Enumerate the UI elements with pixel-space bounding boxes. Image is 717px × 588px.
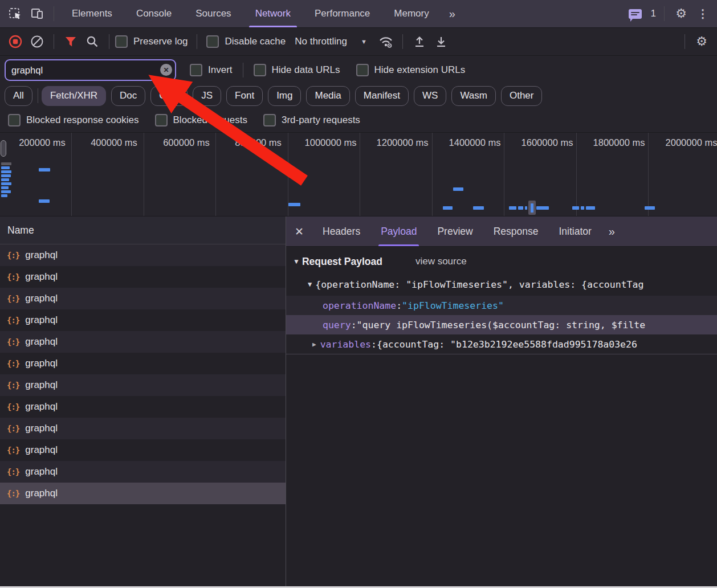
inspect-element-button[interactable] xyxy=(5,4,26,23)
waterfall-bar[interactable] xyxy=(288,203,300,206)
issues-message-button[interactable] xyxy=(625,4,646,23)
table-row[interactable]: {:}graphql xyxy=(0,266,286,288)
table-row[interactable]: {:}graphql xyxy=(0,439,286,461)
settings-button[interactable]: ⚙ xyxy=(670,4,692,23)
tab-memory[interactable]: Memory xyxy=(382,0,441,27)
waterfall-bar[interactable] xyxy=(525,206,527,210)
request-details-panel: ✕ Headers Payload Preview Response Initi… xyxy=(286,217,717,586)
tab-preview[interactable]: Preview xyxy=(427,217,483,246)
waterfall-bar[interactable] xyxy=(453,187,463,191)
chip-img[interactable]: Img xyxy=(268,86,301,106)
chip-media[interactable]: Media xyxy=(306,86,349,106)
waterfall-bar[interactable] xyxy=(1,170,11,173)
blocked-requests-checkbox[interactable] xyxy=(155,114,168,126)
tab-payload[interactable]: Payload xyxy=(370,217,427,246)
hide-data-urls-checkbox[interactable] xyxy=(254,64,266,76)
network-overview-timeline[interactable]: 200000 ms 400000 ms 600000 ms 800000 ms … xyxy=(0,133,717,217)
export-har-button[interactable] xyxy=(430,32,452,51)
payload-entry-operationname[interactable]: operationName: "ipFlowTimeseries" xyxy=(286,296,717,315)
chip-js[interactable]: JS xyxy=(193,86,221,106)
payload-root-node[interactable]: ▼ {operationName: "ipFlowTimeseries", va… xyxy=(286,273,717,296)
filter-input[interactable] xyxy=(6,65,175,76)
table-row[interactable]: {:}graphql xyxy=(0,288,286,309)
column-header-name[interactable]: Name xyxy=(0,217,286,244)
payload-entry-variables[interactable]: ▶ variables: {accountTag: "b12e3b2192ee5… xyxy=(286,334,717,354)
table-row[interactable]: {:}graphql xyxy=(0,396,286,418)
tab-network[interactable]: Network xyxy=(243,0,303,27)
tab-headers[interactable]: Headers xyxy=(312,217,370,246)
waterfall-bar[interactable] xyxy=(39,199,50,203)
invert-checkbox[interactable] xyxy=(190,64,202,76)
network-conditions-button[interactable] xyxy=(375,32,397,51)
tab-elements[interactable]: Elements xyxy=(60,0,124,27)
waterfall-bar[interactable] xyxy=(536,206,549,210)
table-row[interactable]: {:}graphql xyxy=(0,418,286,439)
devtools-menu-button[interactable]: ⋮ xyxy=(692,4,714,23)
waterfall-bar[interactable] xyxy=(1,182,11,185)
table-row[interactable]: {:}graphql xyxy=(0,461,286,483)
clear-filter-icon[interactable]: ✕ xyxy=(160,64,172,76)
view-source-link[interactable]: view source xyxy=(415,256,467,267)
waterfall-bar[interactable] xyxy=(473,206,484,210)
chip-all[interactable]: All xyxy=(5,86,32,106)
chip-other[interactable]: Other xyxy=(501,86,543,106)
expand-triangle-icon[interactable]: ▶ xyxy=(312,341,316,348)
chip-wasm[interactable]: Wasm xyxy=(451,86,496,106)
waterfall-bar[interactable] xyxy=(572,206,579,210)
table-row[interactable]: {:}graphql xyxy=(0,244,286,266)
waterfall-bar[interactable] xyxy=(1,166,10,169)
table-row[interactable]: {:}graphql xyxy=(0,331,286,353)
filter-toggle-button[interactable] xyxy=(60,32,82,51)
table-row[interactable]: {:}graphql xyxy=(0,309,286,331)
collapse-triangle-icon[interactable]: ▼ xyxy=(293,258,300,266)
waterfall-bar[interactable] xyxy=(1,174,11,177)
tab-console[interactable]: Console xyxy=(124,0,184,27)
close-details-icon[interactable]: ✕ xyxy=(286,225,312,238)
chip-doc[interactable]: Doc xyxy=(111,86,145,106)
import-har-button[interactable] xyxy=(409,32,430,51)
chip-manifest[interactable]: Manifest xyxy=(355,86,409,106)
table-row[interactable]: {:}graphql xyxy=(0,353,286,374)
waterfall-bar[interactable] xyxy=(1,162,11,165)
column-header-label: Name xyxy=(7,224,34,236)
waterfall-bar[interactable] xyxy=(443,206,453,210)
waterfall-bar[interactable] xyxy=(1,186,9,189)
more-details-tabs-icon[interactable]: » xyxy=(602,225,621,238)
clear-network-log-button[interactable] xyxy=(26,32,48,51)
tab-performance[interactable]: Performance xyxy=(303,0,382,27)
network-filter-block: ✕ Invert Hide data URLs Hide extension U… xyxy=(0,56,717,133)
preserve-log-checkbox[interactable] xyxy=(115,35,128,48)
table-row-selected[interactable]: {:}graphql xyxy=(0,483,286,504)
blocked-response-cookies-checkbox[interactable] xyxy=(8,114,21,126)
waterfall-bar[interactable] xyxy=(518,206,523,210)
search-button[interactable] xyxy=(82,32,103,51)
network-settings-button[interactable]: ⚙ xyxy=(691,32,712,51)
waterfall-bar[interactable] xyxy=(645,206,655,210)
chip-font[interactable]: Font xyxy=(226,86,263,106)
chip-css[interactable]: CSS xyxy=(150,86,188,106)
tab-initiator[interactable]: Initiator xyxy=(548,217,601,246)
waterfall-bar[interactable] xyxy=(509,206,516,210)
waterfall-bar[interactable] xyxy=(586,206,595,210)
third-party-requests-checkbox[interactable] xyxy=(263,114,276,126)
chip-ws[interactable]: WS xyxy=(414,86,446,106)
waterfall-bar[interactable] xyxy=(1,190,11,193)
waterfall-bar[interactable] xyxy=(1,178,9,181)
hide-extension-urls-checkbox[interactable] xyxy=(356,64,369,76)
waterfall-selected-bar[interactable] xyxy=(528,201,536,215)
chip-fetch-xhr[interactable]: Fetch/XHR xyxy=(42,86,106,106)
disable-cache-checkbox[interactable] xyxy=(206,35,219,48)
payload-entry-query[interactable]: query: "query ipFlowTimeseries($accountT… xyxy=(286,315,717,334)
blocked-requests-label: Blocked requests xyxy=(173,115,247,126)
throttling-select[interactable]: No throttling ▼ xyxy=(295,36,367,47)
tab-response[interactable]: Response xyxy=(483,217,549,246)
tab-sources[interactable]: Sources xyxy=(184,0,243,27)
device-toolbar-button[interactable] xyxy=(26,4,48,23)
table-row[interactable]: {:}graphql xyxy=(0,374,286,396)
more-tabs-icon[interactable]: » xyxy=(441,7,462,21)
waterfall-bar[interactable] xyxy=(1,194,7,197)
waterfall-bar[interactable] xyxy=(39,168,50,172)
record-network-log-button[interactable] xyxy=(5,32,26,51)
collapse-triangle-icon[interactable]: ▼ xyxy=(308,280,312,288)
waterfall-bar[interactable] xyxy=(581,206,584,210)
